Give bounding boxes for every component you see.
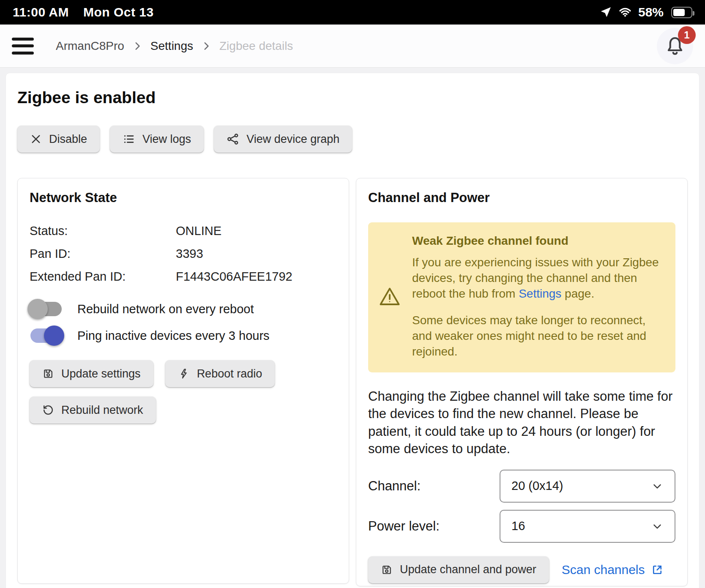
- zigbee-actions: Disable View logs: [17, 126, 688, 153]
- network-state-title: Network State: [30, 190, 337, 205]
- toggle-on-switch[interactable]: [30, 325, 63, 346]
- save-icon: [42, 368, 54, 380]
- warning-triangle-icon: [378, 285, 401, 308]
- location-icon: [599, 6, 612, 19]
- ping-inactive-label: Ping inactive devices every 3 hours: [77, 329, 270, 343]
- bolt-icon: [178, 368, 190, 380]
- close-icon: [30, 133, 42, 145]
- view-device-graph-button[interactable]: View device graph: [214, 126, 352, 153]
- chevron-down-icon: [651, 480, 664, 492]
- rebuild-network-button[interactable]: Rebuild network: [30, 397, 156, 424]
- wifi-icon: [618, 6, 632, 19]
- power-level-label: Power level:: [368, 519, 440, 534]
- notifications-button[interactable]: 1: [657, 28, 693, 64]
- extended-pan-id-value: F1443C06AFEE1792: [176, 270, 337, 284]
- pan-id-label: Pan ID:: [30, 247, 176, 261]
- status-value: ONLINE: [176, 224, 337, 238]
- battery-icon: [671, 7, 692, 18]
- power-level-select[interactable]: 16: [500, 510, 675, 543]
- status-bar: 11:00 AM Mon Oct 13 58%: [0, 0, 705, 25]
- rebuild-network-label: Rebuild network: [61, 404, 143, 417]
- extended-pan-id-label: Extended Pan ID:: [30, 270, 176, 284]
- channel-select-value: 20 (0x14): [511, 479, 563, 493]
- scan-channels-label: Scan channels: [562, 563, 645, 577]
- breadcrumb-zigbee-details: Zigbee details: [219, 39, 293, 53]
- page-title: Zigbee is enabled: [17, 88, 688, 107]
- chevron-right-icon: [132, 41, 143, 52]
- network-state-card: Network State Status: ONLINE Pan ID: 339…: [17, 178, 349, 584]
- status-label: Status:: [30, 224, 176, 238]
- update-settings-label: Update settings: [61, 367, 141, 380]
- status-time: 11:00 AM: [13, 5, 69, 19]
- toggle-off-switch[interactable]: [30, 299, 63, 319]
- breadcrumb: ArmanC8Pro Settings Zigbee details: [56, 39, 293, 53]
- scan-channels-link[interactable]: Scan channels: [562, 563, 664, 577]
- view-logs-label: View logs: [142, 133, 191, 146]
- update-settings-button[interactable]: Update settings: [30, 360, 153, 387]
- ping-inactive-toggle[interactable]: Ping inactive devices every 3 hours: [30, 325, 337, 346]
- save-icon: [381, 564, 393, 576]
- network-state-fields: Status: ONLINE Pan ID: 3393 Extended Pan…: [30, 224, 337, 284]
- list-icon: [123, 133, 135, 145]
- settings-link[interactable]: Settings: [519, 287, 561, 300]
- breadcrumb-settings[interactable]: Settings: [150, 39, 193, 53]
- chevron-down-icon: [651, 520, 664, 533]
- channel-select[interactable]: 20 (0x14): [500, 470, 675, 503]
- warning-title: Weak Zigbee channel found: [412, 234, 664, 248]
- warning-body-2: Some devices may take longer to reconnec…: [412, 313, 664, 360]
- view-logs-button[interactable]: View logs: [110, 126, 204, 153]
- chevron-right-icon: [201, 41, 212, 52]
- view-device-graph-label: View device graph: [246, 133, 339, 146]
- power-level-select-value: 16: [511, 519, 525, 533]
- pan-id-value: 3393: [176, 247, 337, 261]
- update-channel-power-button[interactable]: Update channel and power: [368, 556, 549, 583]
- disable-button[interactable]: Disable: [17, 126, 100, 153]
- warning-body-1-tail: page.: [561, 287, 594, 300]
- menu-button[interactable]: [12, 38, 34, 55]
- share-nodes-icon: [227, 133, 239, 145]
- reboot-radio-button[interactable]: Reboot radio: [165, 360, 275, 387]
- notification-badge: 1: [678, 26, 696, 44]
- update-channel-power-label: Update channel and power: [400, 563, 536, 576]
- rotate-ccw-icon: [42, 404, 54, 416]
- channel-label: Channel:: [368, 479, 421, 494]
- reboot-radio-label: Reboot radio: [197, 367, 262, 380]
- disable-label: Disable: [49, 133, 87, 146]
- rebuild-on-reboot-label: Rebuild network on every reboot: [77, 302, 254, 316]
- weak-channel-warning: Weak Zigbee channel found If you are exp…: [368, 222, 675, 372]
- warning-text: Weak Zigbee channel found If you are exp…: [412, 234, 664, 360]
- app-header: ArmanC8Pro Settings Zigbee details 1: [0, 25, 705, 68]
- breadcrumb-hub[interactable]: ArmanC8Pro: [56, 39, 124, 53]
- channel-power-title: Channel and Power: [368, 190, 675, 205]
- main-panel: Zigbee is enabled Disable View logs: [5, 73, 700, 588]
- warning-body-1: If you are experiencing issues with your…: [412, 255, 664, 302]
- external-link-icon: [651, 563, 664, 576]
- rebuild-on-reboot-toggle[interactable]: Rebuild network on every reboot: [30, 299, 337, 319]
- channel-power-card: Channel and Power Weak Zigbee channel fo…: [356, 178, 688, 586]
- channel-change-note: Changing the Zigbee channel will take so…: [368, 388, 675, 458]
- battery-percent: 58%: [638, 5, 664, 19]
- status-date: Mon Oct 13: [83, 5, 154, 19]
